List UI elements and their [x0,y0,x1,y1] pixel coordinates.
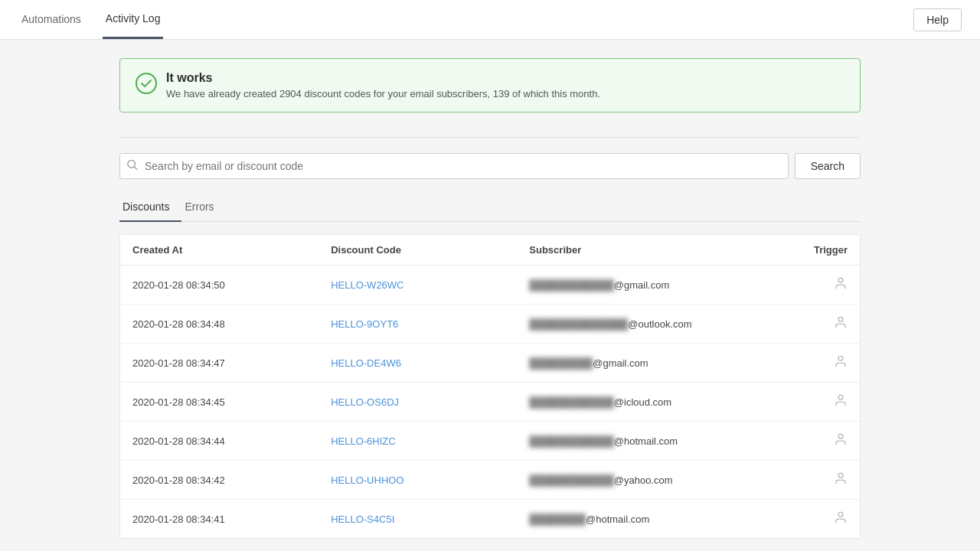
search-icon [127,160,138,173]
cell-trigger [788,500,860,539]
content-tabs: Discounts Errors [119,194,861,222]
subscriber-email-blurred: █████████ [529,357,593,369]
search-button[interactable]: Search [795,153,861,179]
discount-code-link[interactable]: HELLO-UHHOO [331,474,403,486]
col-header-created-at: Created At [120,235,318,266]
trigger-user-icon [834,396,848,409]
svg-point-4 [838,317,843,321]
banner-content: It works We have already created 2904 di… [166,71,600,99]
cell-discount-code[interactable]: HELLO-UHHOO [318,461,517,500]
main-content: It works We have already created 2904 di… [107,40,873,551]
table-row: 2020-01-28 08:34:47 HELLO-DE4W6 ████████… [120,344,860,383]
cell-subscriber: ████████████@gmail.com [517,266,787,305]
cell-trigger [788,461,860,500]
subscriber-email-domain: @outlook.com [628,318,691,330]
discounts-table: Created At Discount Code Subscriber Trig… [119,234,861,539]
svg-point-8 [838,473,843,478]
cell-subscriber: ████████████@hotmail.com [517,422,787,461]
table-row: 2020-01-28 08:34:44 HELLO-6HIZC ████████… [120,422,860,461]
cell-discount-code[interactable]: HELLO-W26WC [318,266,517,305]
cell-discount-code[interactable]: HELLO-OS6DJ [318,383,517,422]
subscriber-email-blurred: ██████████████ [529,318,628,330]
subscriber-email-blurred: ████████████ [529,474,614,486]
help-button[interactable]: Help [913,8,962,31]
cell-created-at: 2020-01-28 08:34:48 [120,305,318,344]
table-row: 2020-01-28 08:34:48 HELLO-9OYT6 ████████… [120,305,860,344]
subscriber-email-domain: @gmail.com [593,357,648,369]
search-container: Search [119,153,861,179]
cell-created-at: 2020-01-28 08:34:47 [120,344,318,383]
banner-title: It works [166,71,600,85]
subscriber-email-domain: @icloud.com [614,396,671,408]
svg-point-0 [136,73,156,93]
discount-code-link[interactable]: HELLO-9OYT6 [331,318,398,330]
trigger-user-icon [834,514,848,527]
cell-created-at: 2020-01-28 08:34:41 [120,500,318,539]
cell-discount-code[interactable]: HELLO-9OYT6 [318,305,517,344]
svg-point-7 [838,434,843,439]
nav-tab-activity-log[interactable]: Activity Log [103,0,164,39]
table-header-row: Created At Discount Code Subscriber Trig… [120,235,860,266]
subscriber-email-domain: @yahoo.com [614,474,673,486]
cell-subscriber: ████████████@yahoo.com [517,461,787,500]
tab-errors[interactable]: Errors [181,194,226,222]
svg-point-6 [838,395,843,399]
cell-created-at: 2020-01-28 08:34:50 [120,266,318,305]
col-header-trigger: Trigger [788,235,860,266]
svg-point-5 [838,356,843,360]
svg-point-9 [838,512,843,517]
trigger-user-icon [834,474,848,487]
nav-tab-automations[interactable]: Automations [18,0,84,39]
table-row: 2020-01-28 08:34:41 HELLO-S4C5I ████████… [120,500,860,539]
cell-trigger [788,422,860,461]
discount-code-link[interactable]: HELLO-S4C5I [331,514,394,525]
search-input-wrapper [119,153,789,179]
cell-discount-code[interactable]: HELLO-DE4W6 [318,344,517,383]
section-divider [119,137,861,138]
subscriber-email-blurred: ████████████ [529,435,614,447]
subscriber-email-blurred: ████████████ [529,279,614,291]
success-banner: It works We have already created 2904 di… [119,58,861,112]
cell-created-at: 2020-01-28 08:34:44 [120,422,318,461]
top-navigation: Automations Activity Log Help [0,0,980,40]
cell-subscriber: █████████@gmail.com [517,344,787,383]
banner-description: We have already created 2904 discount co… [166,88,600,99]
tab-discounts[interactable]: Discounts [119,194,181,222]
cell-trigger [788,383,860,422]
subscriber-email-blurred: ████████ [529,514,586,525]
cell-trigger [788,344,860,383]
cell-created-at: 2020-01-28 08:34:45 [120,383,318,422]
cell-trigger [788,266,860,305]
subscriber-email-blurred: ████████████ [529,396,614,408]
subscriber-email-domain: @hotmail.com [614,435,678,447]
trigger-user-icon [834,279,848,292]
discount-code-link[interactable]: HELLO-DE4W6 [331,357,401,369]
svg-point-3 [838,278,843,282]
trigger-user-icon [834,318,848,331]
discount-code-link[interactable]: HELLO-6HIZC [331,435,396,447]
table-row: 2020-01-28 08:34:42 HELLO-UHHOO ████████… [120,461,860,500]
subscriber-email-domain: @gmail.com [614,279,669,291]
success-icon [136,73,157,94]
svg-line-2 [134,167,137,170]
table-row: 2020-01-28 08:34:50 HELLO-W26WC ████████… [120,266,860,305]
cell-subscriber: ██████████████@outlook.com [517,305,787,344]
trigger-user-icon [834,435,848,448]
cell-subscriber: ████████@hotmail.com [517,500,787,539]
cell-trigger [788,305,860,344]
cell-created-at: 2020-01-28 08:34:42 [120,461,318,500]
search-input[interactable] [119,153,789,179]
col-header-subscriber: Subscriber [517,235,787,266]
nav-tabs: Automations Activity Log [18,0,163,39]
cell-discount-code[interactable]: HELLO-6HIZC [318,422,517,461]
cell-subscriber: ████████████@icloud.com [517,383,787,422]
discount-code-link[interactable]: HELLO-W26WC [331,279,403,291]
discount-code-link[interactable]: HELLO-OS6DJ [331,396,399,408]
col-header-discount-code: Discount Code [318,235,517,266]
cell-discount-code[interactable]: HELLO-S4C5I [318,500,517,539]
subscriber-email-domain: @hotmail.com [586,514,649,525]
table-row: 2020-01-28 08:34:45 HELLO-OS6DJ ████████… [120,383,860,422]
trigger-user-icon [834,357,848,370]
